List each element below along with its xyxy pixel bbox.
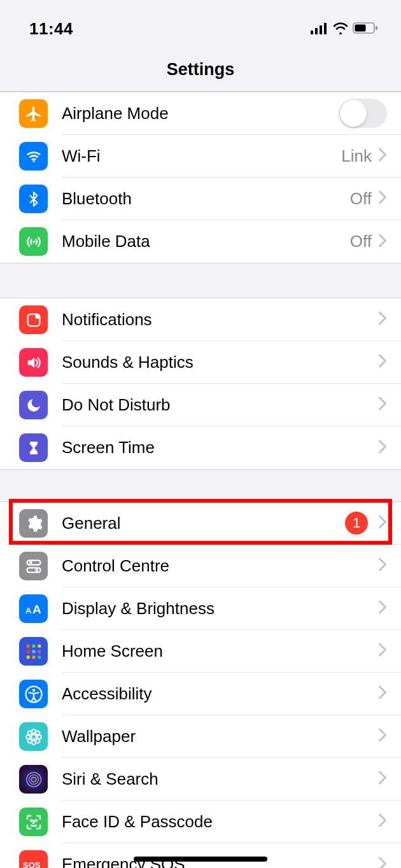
row-mobile-data[interactable]: Mobile Data Off (0, 220, 401, 263)
general-label: General (62, 514, 345, 533)
page-title: Settings (0, 45, 401, 92)
row-wallpaper[interactable]: Wallpaper (0, 715, 401, 758)
wifi-status-icon (332, 19, 349, 39)
svg-point-34 (36, 731, 39, 734)
svg-point-10 (35, 314, 39, 318)
chevron-icon (378, 557, 387, 574)
sos-icon: SOS (19, 850, 48, 868)
svg-rect-11 (27, 560, 40, 564)
airplane-toggle[interactable] (339, 99, 387, 128)
home-indicator[interactable] (134, 857, 267, 862)
row-home-screen[interactable]: Home Screen (0, 630, 401, 673)
chevron-icon (378, 396, 387, 413)
sounds-label: Sounds & Haptics (62, 353, 378, 372)
bluetooth-icon (19, 185, 48, 213)
chevron-icon (378, 813, 387, 830)
svg-point-35 (27, 739, 31, 743)
row-screen-time[interactable]: Screen Time (0, 426, 401, 469)
row-bluetooth[interactable]: Bluetooth Off (0, 178, 401, 220)
svg-rect-3 (324, 23, 327, 34)
bluetooth-value: Off (350, 189, 372, 209)
antenna-icon (19, 227, 48, 256)
chevron-icon (378, 234, 387, 250)
svg-text:SOS: SOS (23, 860, 41, 869)
svg-rect-2 (320, 25, 322, 34)
row-general[interactable]: General 1 (0, 502, 401, 545)
svg-rect-20 (26, 650, 29, 653)
mobiledata-label: Mobile Data (62, 232, 350, 251)
chevron-icon (378, 857, 387, 869)
settings-group-connectivity: Airplane Mode Wi-Fi Link Bluetooth Off (0, 92, 401, 263)
wallpaper-label: Wallpaper (62, 727, 378, 746)
mobiledata-value: Off (350, 232, 372, 251)
accessibility-label: Accessibility (62, 684, 378, 704)
homescreen-label: Home Screen (62, 641, 378, 661)
dnd-label: Do Not Disturb (62, 395, 378, 415)
svg-rect-21 (32, 650, 35, 653)
row-siri-search[interactable]: Siri & Search (0, 758, 401, 801)
chevron-icon (378, 515, 387, 531)
row-wifi[interactable]: Wi-Fi Link (0, 135, 401, 178)
faceid-icon (19, 808, 48, 836)
row-notifications[interactable]: Notifications (0, 298, 401, 341)
speaker-icon (19, 348, 48, 377)
svg-point-40 (31, 820, 32, 821)
svg-point-12 (29, 561, 32, 564)
svg-rect-19 (38, 644, 41, 647)
row-display-brightness[interactable]: AA Display & Brightness (0, 587, 401, 630)
svg-rect-18 (32, 644, 35, 647)
chevron-icon (378, 440, 387, 456)
faceid-label: Face ID & Passcode (62, 812, 378, 832)
status-time: 11:44 (29, 19, 73, 39)
display-label: Display & Brightness (62, 599, 378, 619)
row-accessibility[interactable]: Accessibility (0, 673, 401, 715)
row-faceid-passcode[interactable]: Face ID & Passcode (0, 801, 401, 843)
cellular-icon (311, 19, 328, 39)
svg-rect-5 (376, 26, 377, 30)
svg-rect-6 (355, 24, 366, 31)
svg-point-39 (31, 777, 36, 782)
svg-point-28 (31, 734, 36, 739)
textsize-icon: AA (19, 594, 48, 623)
wifi-icon (19, 142, 48, 171)
svg-rect-0 (311, 31, 313, 34)
chevron-icon (378, 685, 387, 702)
hourglass-icon (19, 433, 48, 462)
row-do-not-disturb[interactable]: Do Not Disturb (0, 384, 401, 426)
wifi-label: Wi-Fi (62, 146, 341, 166)
control-label: Control Centre (62, 556, 378, 576)
accessibility-icon (19, 680, 48, 708)
svg-rect-23 (26, 655, 29, 659)
row-airplane-mode[interactable]: Airplane Mode (0, 92, 401, 135)
svg-point-27 (32, 689, 35, 692)
chevron-icon (378, 354, 387, 370)
general-badge: 1 (345, 512, 368, 535)
chevron-icon (378, 148, 387, 164)
svg-text:A: A (25, 606, 32, 615)
settings-group-alerts: Notifications Sounds & Haptics Do Not Di… (0, 298, 401, 470)
screentime-label: Screen Time (62, 438, 378, 458)
status-icons (311, 19, 378, 39)
svg-point-8 (32, 241, 35, 243)
airplane-label: Airplane Mode (62, 104, 339, 123)
flower-icon (19, 722, 48, 751)
svg-rect-24 (32, 655, 35, 659)
bluetooth-label: Bluetooth (62, 189, 350, 209)
svg-point-33 (27, 731, 31, 734)
svg-text:A: A (32, 603, 41, 616)
chevron-icon (378, 190, 387, 207)
moon-icon (19, 391, 48, 419)
row-sounds-haptics[interactable]: Sounds & Haptics (0, 341, 401, 384)
row-emergency-sos[interactable]: SOS Emergency SOS (0, 843, 401, 868)
gear-icon (19, 509, 48, 538)
svg-point-38 (29, 774, 38, 784)
row-control-centre[interactable]: Control Centre (0, 545, 401, 587)
svg-point-41 (35, 820, 36, 821)
airplane-icon (19, 99, 48, 128)
chevron-icon (378, 311, 387, 328)
chevron-icon (378, 728, 387, 745)
svg-rect-25 (38, 655, 41, 659)
notifications-icon (19, 305, 48, 334)
notifications-label: Notifications (62, 310, 378, 330)
svg-rect-22 (38, 650, 41, 653)
